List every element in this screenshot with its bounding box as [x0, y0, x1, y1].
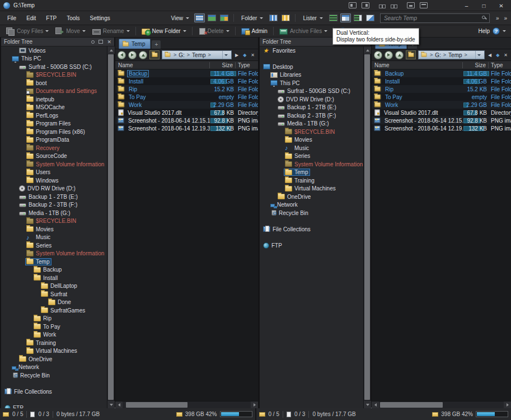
scrollbar-thumb[interactable] [380, 402, 443, 408]
view-details-button[interactable] [194, 13, 205, 22]
minimize-button[interactable]: – [458, 0, 475, 11]
file-row-screenshot-2018-06-14-12-19-30-png[interactable]: Screenshot - 2018-06-14 12.19.30.png132 … [115, 124, 258, 132]
tree-item-surfrat-500gb-ssd-c[interactable]: Surfrat - 500GB SSD (C:) [1, 63, 107, 71]
search-input[interactable] [380, 13, 490, 23]
tree-item-media-1tb-g[interactable]: Media - 1TB (G:) [1, 209, 107, 217]
breadcrumb[interactable]: > G: > Temp > [418, 50, 485, 59]
tree-item-music[interactable]: Music [260, 144, 363, 152]
tree-item-surfrat[interactable]: Surfrat [1, 290, 107, 298]
tree-item-system-volume-information[interactable]: System Volume Information [260, 160, 363, 169]
breadcrumb-folder[interactable]: Temp [448, 52, 462, 58]
open-in-right-icon[interactable] [362, 2, 369, 8]
tree-item-recycle-bin[interactable]: $RECYCLE.BIN [260, 128, 363, 136]
tree-item-desktop[interactable]: Desktop [260, 63, 363, 71]
tree-item-program-files-x86[interactable]: Program Files (x86) [1, 128, 107, 136]
tree-item-series[interactable]: Series [1, 241, 107, 250]
tree-item-windows[interactable]: Windows [1, 176, 107, 185]
scroll-right-icon[interactable] [504, 402, 511, 408]
file-row-visual-studio-2017-dlt[interactable]: Visual Studio 2017.dlt67.8 KBDirectory [372, 109, 511, 116]
tree-item-surfratgames[interactable]: SurfratGames [1, 306, 107, 315]
pane-swap-icon[interactable]: ◆ [242, 53, 247, 58]
column-header-name[interactable]: Name [115, 62, 210, 68]
file-row-install[interactable]: Install4.06 GBFile Folder [372, 77, 511, 85]
lister-single-button[interactable] [328, 13, 339, 22]
tree-item-backup[interactable]: Backup [1, 266, 107, 274]
tree-item-favorites[interactable]: Favorites [260, 46, 363, 55]
tree-item-delllaptop[interactable]: DellLaptop [1, 282, 107, 291]
file-row-screenshot-2018-06-14-12-19-30-png[interactable]: Screenshot - 2018-06-14 12.19.30.png132 … [372, 124, 511, 132]
pane-swap-icon[interactable]: ◆ [495, 53, 500, 58]
file-row-work[interactable]: Work2.29 GBFile Folder [115, 101, 258, 109]
scrollbar-thumb[interactable] [108, 54, 114, 400]
breadcrumb[interactable]: > G: > Temp > [162, 50, 232, 59]
tree-item-rip[interactable]: Rip [1, 315, 107, 323]
tree-item-backup-1-2tb-e[interactable]: Backup 1 - 2TB (E:) [260, 104, 363, 112]
tree-item-this-pc[interactable]: This PC [260, 79, 363, 87]
tree-item-work[interactable]: Work [1, 331, 107, 339]
tree-item-file-collections[interactable]: File Collections [1, 388, 107, 396]
tree-item-media-1tb-g[interactable]: Media - 1TB (G:) [260, 120, 363, 128]
tree-item-network[interactable]: Network [1, 363, 107, 372]
tree-item-surfrat-500gb-ssd-c[interactable]: Surfrat - 500GB SSD (C:) [260, 87, 363, 96]
close-button[interactable]: ✕ [493, 0, 510, 11]
maximize-button[interactable]: □ [475, 0, 493, 11]
lister-menu-button[interactable]: Lister [299, 15, 326, 21]
forward-button[interactable] [385, 51, 393, 59]
tree-item-program-files[interactable]: Program Files [1, 120, 107, 128]
file-row-work[interactable]: Work2.29 GBFile Folder [372, 101, 511, 109]
tree-item-done[interactable]: Done [1, 298, 107, 307]
move-button[interactable]: Move [52, 26, 88, 37]
view-menu-button[interactable]: View [168, 15, 193, 21]
scroll-up-icon[interactable] [107, 46, 115, 54]
folder-flat-view-button[interactable] [280, 13, 291, 22]
tree-item-music[interactable]: Music [1, 234, 107, 242]
pane-expand-icon[interactable]: ▶ [234, 53, 240, 58]
tree-item-ftp[interactable]: FTP [1, 404, 107, 408]
tree-item-training[interactable]: Training [1, 339, 107, 347]
folder-menu-button[interactable]: Folder [238, 15, 266, 21]
tree-item-backup-2-3tb-f[interactable]: Backup 2 - 3TB (F:) [260, 111, 363, 120]
column-header-type[interactable]: Type [489, 62, 511, 68]
layout-top-icon[interactable] [420, 2, 428, 8]
column-header-type[interactable]: Type [236, 62, 258, 68]
copy-files-button[interactable]: Copy Files [3, 26, 52, 37]
up-button[interactable] [395, 51, 404, 59]
tree-item-movies[interactable]: Movies [260, 136, 363, 144]
tree-item-videos[interactable]: Videos [1, 46, 107, 55]
view-tiles-button[interactable] [219, 13, 229, 22]
file-row-rip[interactable]: Rip15.2 KBFile Folder [115, 85, 258, 93]
tree-item-backup-2-3tb-f[interactable]: Backup 2 - 3TB (F:) [1, 201, 107, 209]
scroll-left-icon[interactable] [115, 402, 123, 408]
tree-item-this-pc[interactable]: This PC [1, 55, 107, 63]
tree-item-perflogs[interactable]: PerfLogs [1, 111, 107, 120]
menu-edit[interactable]: Edit [21, 15, 41, 21]
tree-item-system-volume-information[interactable]: System Volume Information [1, 160, 107, 169]
tree-item-series[interactable]: Series [260, 152, 363, 161]
back-button[interactable] [374, 51, 382, 59]
menu-file[interactable]: File [2, 15, 21, 21]
scroll-down-icon[interactable] [107, 401, 115, 408]
menu-ftp[interactable]: FTP [41, 15, 62, 21]
toolbar-overflow-icon[interactable]: » [502, 15, 509, 21]
tree-item-install[interactable]: Install [1, 274, 107, 282]
dual-display-toggle-icon[interactable] [379, 4, 386, 8]
tree-item-sourcecode[interactable]: SourceCode [1, 152, 107, 161]
breadcrumb-drive[interactable]: G: [435, 52, 441, 58]
forward-button[interactable] [128, 51, 137, 59]
column-header-size[interactable]: Size [463, 62, 489, 68]
scroll-right-icon[interactable] [251, 402, 258, 408]
middle-tree-scrollbar[interactable] [363, 46, 371, 408]
fav-folder-button[interactable] [406, 50, 416, 59]
tree-item-dvd-rw-drive-d[interactable]: DVD RW Drive (D:) [260, 95, 363, 104]
tree-item-documents-and-settings[interactable]: Documents and Settings [1, 87, 107, 96]
file-row-to-pay[interactable]: To PayemptyFile Folder [115, 93, 258, 101]
tree-item-ftp[interactable]: FTP [260, 241, 363, 250]
tree-item-recycle-bin[interactable]: $RECYCLE.BIN [1, 71, 107, 80]
tree-item-recovery[interactable]: Recovery [1, 144, 107, 152]
lister-dual-horizontal-button[interactable] [353, 13, 363, 22]
scroll-up-icon[interactable] [364, 46, 371, 54]
tree-search-icon[interactable] [91, 40, 95, 44]
pane-close-icon[interactable]: ✕ [250, 53, 256, 58]
scrollbar-thumb[interactable] [126, 402, 187, 408]
tree-item-virtual-machines[interactable]: Virtual Machines [1, 347, 107, 356]
